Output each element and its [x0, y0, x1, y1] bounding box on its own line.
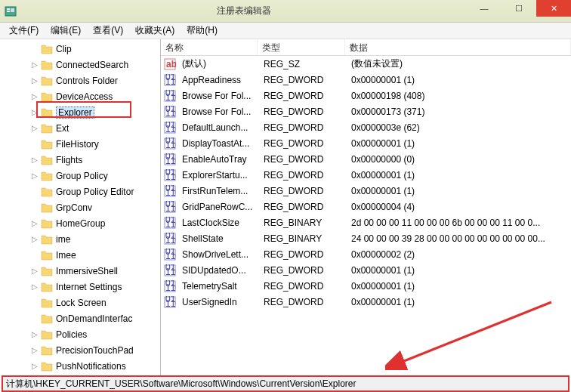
cell-type: REG_DWORD [259, 106, 347, 117]
tree-label: Explorer [56, 106, 94, 119]
cell-type: REG_SZ [259, 59, 347, 69]
cell-data: 24 00 00 00 39 28 00 00 00 00 00 00 00 0… [347, 233, 571, 244]
list-row[interactable]: 011110ShellStateREG_BINARY24 00 00 00 39… [161, 230, 571, 246]
tree-node-explorer[interactable]: ▷Explorer [0, 104, 160, 120]
tree-node-filehistory[interactable]: FileHistory [0, 136, 160, 152]
list-row[interactable]: 011110ExplorerStartu...REG_DWORD0x000000… [161, 167, 571, 183]
expander-icon[interactable]: ▷ [30, 346, 39, 354]
list-row[interactable]: 011110ShowDriveLett...REG_DWORD0x0000000… [161, 246, 571, 262]
tree-node-pushnotifications[interactable]: ▷PushNotifications [0, 358, 160, 374]
list-row[interactable]: 011110AppReadinessREG_DWORD0x00000001 (1… [161, 72, 571, 88]
list-row[interactable]: 011110Browse For Fol...REG_DWORD0x000001… [161, 103, 571, 119]
expander-icon[interactable]: ▷ [30, 267, 39, 275]
expander-icon[interactable]: ▷ [30, 282, 39, 291]
tree-label: Flights [56, 155, 82, 165]
cell-type: REG_BINARY [259, 233, 347, 244]
expander-icon[interactable]: ▷ [30, 124, 39, 132]
column-header-data[interactable]: 数据 [345, 39, 571, 55]
tree-node-immersiveshell[interactable]: ▷ImmersiveShell [0, 263, 160, 279]
cell-name: Browse For Fol... [177, 91, 259, 101]
tree-node-flights[interactable]: ▷Flights [0, 152, 160, 168]
expander-icon[interactable]: ▷ [30, 156, 39, 164]
tree-node-grpconv[interactable]: GrpConv [0, 199, 160, 215]
list-row[interactable]: 011110SIDUpdatedO...REG_DWORD0x00000001 … [161, 262, 571, 278]
expander-icon[interactable]: ▷ [30, 330, 39, 338]
list-row[interactable]: 011110TelemetrySaltREG_DWORD0x00000001 (… [161, 278, 571, 294]
tree-node-ondemandinterfac[interactable]: OnDemandInterfac [0, 310, 160, 326]
tree-node-clip[interactable]: Clip [0, 41, 160, 57]
cell-name: ShellState [177, 233, 259, 244]
tree-node-imee[interactable]: Imee [0, 247, 160, 263]
list-row[interactable]: 011110FirstRunTelem...REG_DWORD0x0000000… [161, 183, 571, 199]
menu-view[interactable]: 查看(V) [87, 23, 129, 39]
cell-name: DisplayToastAt... [177, 138, 259, 149]
svg-text:ab: ab [166, 59, 176, 69]
tree-label: Policies [56, 329, 87, 340]
cell-name: EnableAutoTray [177, 154, 259, 165]
cell-data: 0x00000198 (408) [347, 91, 571, 101]
statusbar-path: 计算机\HKEY_CURRENT_USER\Software\Microsoft… [6, 378, 356, 390]
svg-text:110: 110 [165, 76, 176, 86]
close-button[interactable]: ✕ [536, 0, 571, 17]
expander-icon[interactable]: ▷ [30, 108, 39, 116]
expander-icon[interactable]: ▷ [30, 219, 39, 227]
cell-data: 2d 00 00 00 11 00 00 00 6b 00 00 00 11 0… [347, 218, 571, 228]
tree-node-policies[interactable]: ▷Policies [0, 326, 160, 342]
cell-type: REG_DWORD [259, 297, 347, 307]
list-row[interactable]: 011110LastClockSizeREG_BINARY2d 00 00 00… [161, 215, 571, 230]
content-area: Clip▷ConnectedSearch▷Controls Folder▷Dev… [0, 39, 571, 375]
tree-node-homegroup[interactable]: ▷HomeGroup [0, 215, 160, 231]
expander-icon[interactable]: ▷ [30, 92, 39, 100]
cell-data: 0x0000003e (62) [347, 122, 571, 133]
tree-label: PrecisionTouchPad [56, 345, 134, 356]
column-header-name[interactable]: 名称 [161, 39, 258, 55]
minimize-button[interactable]: — [467, 0, 502, 17]
tree-label: Clip [56, 44, 72, 54]
cell-data: 0x00000001 (1) [347, 138, 571, 149]
cell-type: REG_DWORD [259, 154, 347, 165]
expander-icon[interactable]: ▷ [30, 235, 39, 243]
tree-label: ime [56, 234, 70, 245]
expander-icon[interactable]: ▷ [30, 76, 39, 85]
tree-node-group-policy-editor[interactable]: Group Policy Editor [0, 184, 160, 199]
cell-data: 0x00000173 (371) [347, 106, 571, 117]
list-row[interactable]: 011110Browse For Fol...REG_DWORD0x000001… [161, 88, 571, 103]
tree-label: OnDemandInterfac [56, 313, 132, 324]
tree-pane[interactable]: Clip▷ConnectedSearch▷Controls Folder▷Dev… [0, 39, 161, 375]
list-row[interactable]: 011110DefaultLaunch...REG_DWORD0x0000003… [161, 119, 571, 135]
column-header-type[interactable]: 类型 [258, 39, 345, 55]
expander-icon[interactable]: ▷ [30, 60, 39, 69]
list-pane[interactable]: 名称 类型 数据 ab(默认)REG_SZ(数值未设置)011110AppRea… [161, 39, 571, 375]
list-row[interactable]: 011110UserSignedInREG_DWORD0x00000001 (1… [161, 294, 571, 310]
tree-label: ConnectedSearch [56, 60, 128, 70]
list-row[interactable]: 011110GridPaneRowC...REG_DWORD0x00000004… [161, 199, 571, 215]
svg-text:110: 110 [165, 124, 176, 134]
cell-type: REG_DWORD [259, 186, 347, 196]
menu-file[interactable]: 文件(F) [3, 23, 45, 39]
list-row[interactable]: 011110DisplayToastAt...REG_DWORD0x000000… [161, 135, 571, 151]
list-row[interactable]: 011110EnableAutoTrayREG_DWORD0x00000000 … [161, 151, 571, 167]
cell-data: 0x00000001 (1) [347, 297, 571, 307]
tree-node-precisiontouchpad[interactable]: ▷PrecisionTouchPad [0, 342, 160, 358]
maximize-button[interactable]: ☐ [502, 0, 536, 17]
svg-text:110: 110 [165, 298, 176, 308]
expander-icon[interactable]: ▷ [30, 171, 39, 180]
app-icon [5, 5, 17, 17]
tree-node-connectedsearch[interactable]: ▷ConnectedSearch [0, 57, 160, 73]
cell-data: 0x00000001 (1) [347, 281, 571, 292]
tree-node-group-policy[interactable]: ▷Group Policy [0, 168, 160, 184]
cell-data: 0x00000001 (1) [347, 265, 571, 276]
list-row[interactable]: ab(默认)REG_SZ(数值未设置) [161, 56, 571, 72]
tree-node-ext[interactable]: ▷Ext [0, 120, 160, 136]
tree-node-controls-folder[interactable]: ▷Controls Folder [0, 73, 160, 88]
menu-favorites[interactable]: 收藏夹(A) [129, 23, 181, 39]
expander-icon[interactable]: ▷ [30, 362, 39, 370]
tree-node-ime[interactable]: ▷ime [0, 231, 160, 247]
cell-data: 0x00000001 (1) [347, 75, 571, 85]
tree-label: Imee [56, 250, 76, 261]
tree-node-lock-screen[interactable]: Lock Screen [0, 295, 160, 310]
menu-edit[interactable]: 编辑(E) [45, 23, 87, 39]
tree-node-deviceaccess[interactable]: ▷DeviceAccess [0, 88, 160, 104]
tree-node-internet-settings[interactable]: ▷Internet Settings [0, 279, 160, 295]
menu-help[interactable]: 帮助(H) [181, 23, 224, 39]
